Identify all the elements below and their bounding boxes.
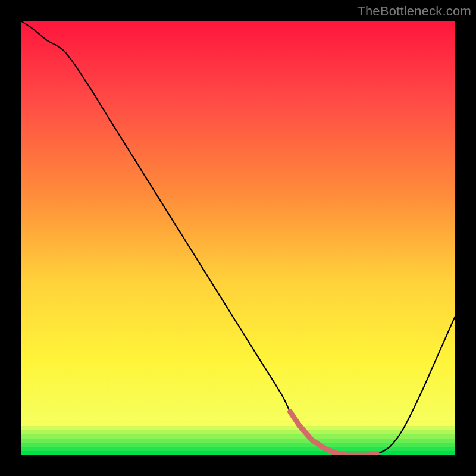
svg-rect-3	[21, 434, 455, 439]
chart-svg	[21, 21, 455, 455]
svg-rect-7	[21, 451, 455, 455]
attribution-label: TheBottleneck.com	[357, 4, 471, 19]
svg-rect-2	[21, 430, 455, 435]
svg-rect-6	[21, 447, 455, 452]
svg-rect-1	[21, 426, 455, 431]
chart-area	[21, 21, 455, 455]
gradient-background	[21, 21, 455, 455]
bottom-color-band	[21, 422, 455, 455]
svg-rect-0	[21, 422, 455, 427]
svg-rect-4	[21, 439, 455, 443]
